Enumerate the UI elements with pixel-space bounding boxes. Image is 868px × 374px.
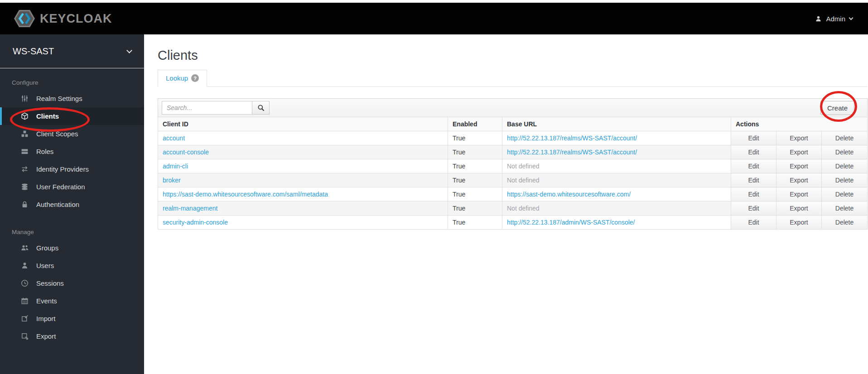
enabled-value: True <box>448 145 502 159</box>
edit-action[interactable]: Edit <box>731 201 776 216</box>
clients-panel: Create Client ID Enabled Base URL Action… <box>158 98 868 230</box>
search-button[interactable] <box>252 101 270 115</box>
client-id-link[interactable]: account-console <box>163 149 209 156</box>
calendar-icon <box>20 297 29 305</box>
edit-action[interactable]: Edit <box>731 187 776 201</box>
delete-action[interactable]: Delete <box>822 187 868 201</box>
search-icon <box>257 104 265 111</box>
sidebar-item-export[interactable]: Export <box>0 327 144 345</box>
export-action[interactable]: Export <box>776 201 822 216</box>
base-url-link[interactable]: http://52.22.13.187/realms/WS-SAST/accou… <box>507 134 637 142</box>
table-row: admin-cli True Not defined Edit Export D… <box>158 159 868 173</box>
base-url-link[interactable]: https://sast-demo.whitesourcesoftware.co… <box>507 191 631 198</box>
sidebar-item-identity-providers[interactable]: Identity Providers <box>0 160 144 178</box>
sidebar-item-clients[interactable]: Clients <box>0 107 144 125</box>
column-header-enabled: Enabled <box>448 117 502 131</box>
enabled-value: True <box>448 159 502 173</box>
export-action[interactable]: Export <box>776 173 822 187</box>
admin-user-menu[interactable]: Admin <box>815 15 853 23</box>
export-action[interactable]: Export <box>776 145 822 159</box>
create-button[interactable]: Create <box>820 101 854 115</box>
exchange-arrows-icon <box>20 165 29 173</box>
export-action[interactable]: Export <box>776 216 822 230</box>
edit-action[interactable]: Edit <box>731 145 776 159</box>
export-action[interactable]: Export <box>776 131 822 145</box>
keycloak-hexagon-icon <box>14 10 35 28</box>
edit-action[interactable]: Edit <box>731 216 776 230</box>
list-icon <box>20 148 29 155</box>
sidebar-item-users[interactable]: Users <box>0 257 144 274</box>
import-icon <box>20 315 29 322</box>
lock-icon <box>20 201 29 208</box>
delete-action[interactable]: Delete <box>822 131 868 145</box>
sidebar-item-client-scopes[interactable]: Client Scopes <box>0 125 144 143</box>
sidebar-item-realm-settings[interactable]: Realm Settings <box>0 90 144 107</box>
sidebar-item-authentication[interactable]: Authentication <box>0 196 144 213</box>
people-icon <box>20 244 29 252</box>
table-row: account-console True http://52.22.13.187… <box>158 145 868 159</box>
base-url-link[interactable]: http://52.22.13.187/realms/WS-SAST/accou… <box>507 149 637 156</box>
topbar: KEYCLOAK Admin <box>0 3 868 34</box>
tab-bar: Lookup ? <box>158 69 868 87</box>
sidebar-item-sessions[interactable]: Sessions <box>0 274 144 292</box>
table-row: https://sast-demo.whitesourcesoftware.co… <box>158 187 868 201</box>
client-id-link[interactable]: security-admin-console <box>163 219 228 226</box>
enabled-value: True <box>448 216 502 230</box>
column-header-client-id: Client ID <box>158 117 448 131</box>
realm-selector[interactable]: WS-SAST <box>0 34 144 68</box>
base-url-link[interactable]: http://52.22.13.187/admin/WS-SAST/consol… <box>507 219 635 226</box>
sidebar-item-import[interactable]: Import <box>0 310 144 327</box>
section-label-configure: Configure <box>12 79 144 86</box>
page-title: Clients <box>158 48 868 63</box>
tab-lookup[interactable]: Lookup ? <box>158 70 207 87</box>
table-row: account True http://52.22.13.187/realms/… <box>158 131 868 145</box>
edit-action[interactable]: Edit <box>731 159 776 173</box>
client-id-link[interactable]: admin-cli <box>163 163 188 170</box>
enabled-value: True <box>448 173 502 187</box>
sidebar-item-groups[interactable]: Groups <box>0 239 144 257</box>
realm-name: WS-SAST <box>13 46 54 57</box>
search-input[interactable] <box>162 101 252 115</box>
cubes-icon <box>20 130 29 138</box>
delete-action[interactable]: Delete <box>822 216 868 230</box>
table-row: security-admin-console True http://52.22… <box>158 216 868 230</box>
delete-action[interactable]: Delete <box>822 201 868 216</box>
help-icon[interactable]: ? <box>191 74 199 82</box>
export-action[interactable]: Export <box>776 187 822 201</box>
client-id-link[interactable]: broker <box>163 177 181 184</box>
sidebar-item-events[interactable]: Events <box>0 292 144 310</box>
table-header-row: Client ID Enabled Base URL Actions <box>158 117 868 131</box>
admin-user-label: Admin <box>826 15 845 23</box>
base-url-not-defined: Not defined <box>507 205 540 212</box>
cube-icon <box>20 112 29 120</box>
client-id-link[interactable]: https://sast-demo.whitesourcesoftware.co… <box>163 191 328 198</box>
sidebar-item-user-federation[interactable]: User Federation <box>0 178 144 196</box>
database-icon <box>20 183 29 191</box>
enabled-value: True <box>448 201 502 216</box>
main-content: Clients Lookup ? Create <box>144 34 868 374</box>
table-row: realm-management True Not defined Edit E… <box>158 201 868 216</box>
person-icon <box>20 262 29 269</box>
clients-table: Client ID Enabled Base URL Actions accou… <box>158 117 868 230</box>
edit-action[interactable]: Edit <box>731 173 776 187</box>
delete-action[interactable]: Delete <box>822 173 868 187</box>
client-id-link[interactable]: account <box>163 134 185 142</box>
table-row: broker True Not defined Edit Export Dele… <box>158 173 868 187</box>
sidebar: WS-SAST Configure Realm Settings Clients <box>0 34 144 374</box>
sliders-icon <box>20 95 29 102</box>
delete-action[interactable]: Delete <box>822 159 868 173</box>
section-label-manage: Manage <box>12 229 144 235</box>
chevron-down-icon <box>126 48 132 53</box>
chevron-down-icon <box>849 15 854 20</box>
base-url-not-defined: Not defined <box>507 163 540 170</box>
edit-action[interactable]: Edit <box>731 131 776 145</box>
export-action[interactable]: Export <box>776 159 822 173</box>
client-id-link[interactable]: realm-management <box>163 205 217 212</box>
table-toolbar: Create <box>158 98 868 117</box>
clock-icon <box>20 279 29 287</box>
enabled-value: True <box>448 187 502 201</box>
keycloak-logo: KEYCLOAK <box>14 10 112 28</box>
delete-action[interactable]: Delete <box>822 145 868 159</box>
sidebar-item-roles[interactable]: Roles <box>0 143 144 160</box>
column-header-actions: Actions <box>731 117 868 131</box>
